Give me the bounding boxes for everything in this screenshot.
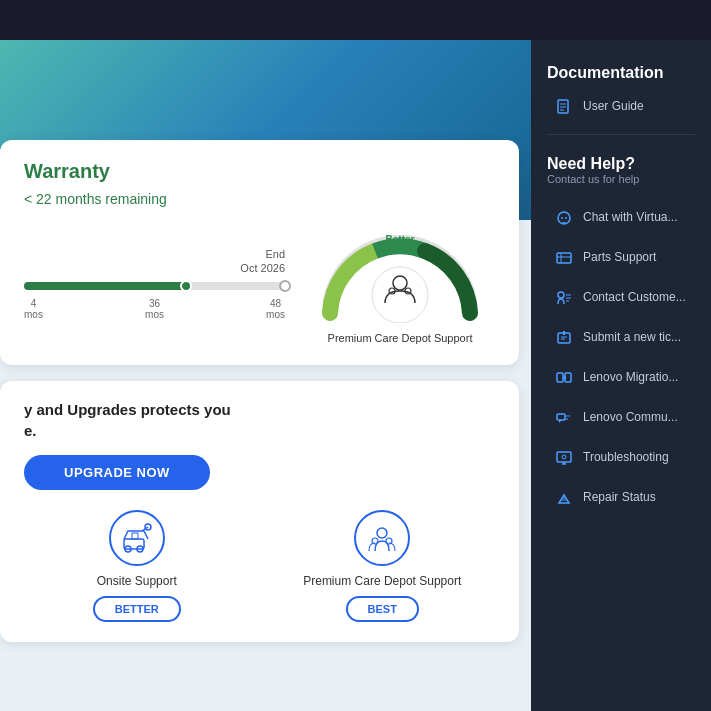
sidebar-item-user-guide[interactable]: User Guide	[539, 88, 703, 126]
timeline-months: 4 mos 36 mos 48 mos	[24, 298, 285, 320]
svg-point-20	[561, 217, 563, 219]
migration-icon	[555, 369, 573, 387]
upgrade-text2: e.	[24, 422, 495, 439]
sidebar-item-migration[interactable]: Lenovo Migratio...	[539, 359, 703, 397]
need-help-subtitle: Contact us for help	[547, 173, 695, 185]
timeline-dot-current	[180, 280, 192, 292]
gauge-label: Premium Care Depot Support	[305, 331, 495, 345]
premium-name: Premium Care Depot Support	[270, 574, 496, 588]
svg-point-25	[558, 292, 564, 298]
premium-icon	[354, 510, 410, 566]
month-item-1: 4 mos	[24, 298, 43, 320]
repair-label: Repair Status	[583, 490, 656, 506]
contact-icon	[555, 289, 573, 307]
svg-rect-7	[124, 539, 144, 549]
troubleshoot-icon	[555, 449, 573, 467]
svg-rect-34	[557, 414, 565, 420]
community-icon	[555, 409, 573, 427]
timeline-dot-end	[279, 280, 291, 292]
right-sidebar: Documentation User Guide Need Help? Cont…	[531, 40, 711, 711]
month-item-3: 48 mos	[266, 298, 285, 320]
premium-btn[interactable]: BEST	[346, 596, 419, 622]
gauge-container: Better Good Best Premium Care Depot Supp…	[305, 223, 495, 345]
sidebar-item-community[interactable]: Lenovo Commu...	[539, 399, 703, 437]
documentation-title: Documentation	[531, 56, 711, 86]
month-num-3: 48	[266, 298, 285, 309]
timeline-track	[24, 282, 285, 290]
parts-icon	[555, 249, 573, 267]
month-num-1: 4	[24, 298, 43, 309]
warranty-body: End Oct 2026 4 mos 36 m	[24, 223, 495, 345]
svg-point-38	[562, 455, 566, 459]
svg-text:Better: Better	[386, 234, 415, 245]
svg-point-12	[377, 528, 387, 538]
ticket-label: Submit a new tic...	[583, 330, 681, 346]
timeline-fill	[24, 282, 186, 290]
warranty-remaining: < 22 months remaining	[24, 191, 495, 207]
onsite-icon	[109, 510, 165, 566]
contact-label: Contact Custome...	[583, 290, 686, 306]
timeline-end-date: Oct 2026	[24, 262, 285, 274]
community-label: Lenovo Commu...	[583, 410, 678, 426]
chat-icon	[555, 209, 573, 227]
month-unit-1: mos	[24, 309, 43, 320]
month-num-2: 36	[145, 298, 164, 309]
repair-icon	[555, 489, 573, 507]
main-layout: Warranty < 22 months remaining End Oct 2…	[0, 40, 711, 711]
svg-rect-22	[557, 253, 571, 263]
upgrade-option-onsite: Onsite Support BETTER	[24, 510, 250, 622]
svg-rect-35	[557, 452, 571, 462]
upgrade-text1: y and Upgrades protects you	[24, 401, 495, 418]
parts-label: Parts Support	[583, 250, 656, 266]
top-bar	[0, 0, 711, 40]
month-item-2: 36 mos	[145, 298, 164, 320]
troubleshooting-label: Troubleshooting	[583, 450, 669, 466]
sidebar-divider-1	[547, 134, 695, 135]
onsite-btn[interactable]: BETTER	[93, 596, 181, 622]
sidebar-item-repair[interactable]: Repair Status	[539, 479, 703, 517]
left-content: Warranty < 22 months remaining End Oct 2…	[0, 40, 531, 711]
sidebar-item-troubleshooting[interactable]: Troubleshooting	[539, 439, 703, 477]
month-unit-3: mos	[266, 309, 285, 320]
migration-label: Lenovo Migratio...	[583, 370, 678, 386]
sidebar-item-chat[interactable]: Chat with Virtua...	[539, 199, 703, 237]
timeline-end-label: End	[24, 248, 285, 260]
svg-rect-10	[132, 533, 138, 539]
sidebar-item-parts[interactable]: Parts Support	[539, 239, 703, 277]
upgrade-option-premium: Premium Care Depot Support BEST	[270, 510, 496, 622]
need-help-title: Need Help?	[547, 155, 695, 173]
gauge-svg: Better Good Best	[310, 223, 490, 323]
user-guide-icon	[555, 98, 573, 116]
warranty-timeline: End Oct 2026 4 mos 36 m	[24, 248, 285, 320]
upgrade-options: Onsite Support BETTER	[24, 510, 495, 622]
chat-label: Chat with Virtua...	[583, 210, 678, 226]
ticket-icon	[555, 329, 573, 347]
onsite-name: Onsite Support	[24, 574, 250, 588]
need-help-section: Need Help? Contact us for help	[531, 143, 711, 197]
svg-rect-32	[557, 373, 563, 382]
upgrade-card: y and Upgrades protects you e. UPGRADE N…	[0, 381, 519, 642]
warranty-card: Warranty < 22 months remaining End Oct 2…	[0, 140, 519, 365]
svg-point-21	[565, 217, 567, 219]
user-guide-label: User Guide	[583, 99, 644, 115]
sidebar-item-ticket[interactable]: Submit a new tic...	[539, 319, 703, 357]
sidebar-item-contact[interactable]: Contact Custome...	[539, 279, 703, 317]
upgrade-now-button[interactable]: UPGRADE NOW	[24, 455, 210, 490]
warranty-title: Warranty	[24, 160, 495, 183]
month-unit-2: mos	[145, 309, 164, 320]
